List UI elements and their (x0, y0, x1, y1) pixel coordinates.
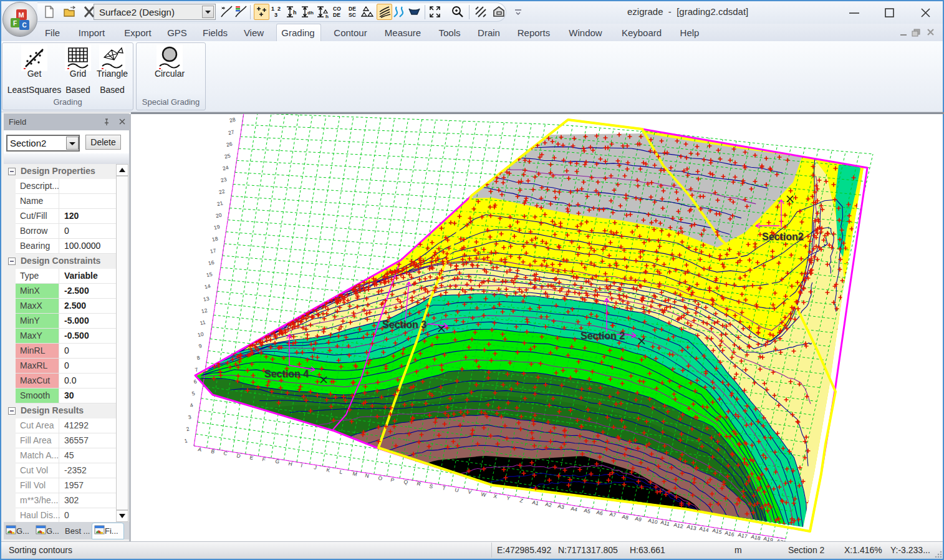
svg-text:2: 2 (277, 6, 281, 12)
svg-text:C: C (22, 22, 26, 29)
svg-text:CO: CO (333, 6, 341, 12)
svg-text:F: F (13, 20, 17, 27)
svg-text:h: h (325, 14, 329, 19)
svg-text:h: h (293, 9, 297, 16)
svg-text:1: 1 (271, 6, 274, 12)
svg-text:SC: SC (349, 12, 356, 18)
svg-text:dh: dh (307, 10, 314, 16)
svg-text:Section2: Section2 (762, 231, 804, 242)
svg-text:Section 4: Section 4 (264, 369, 309, 379)
svg-text:DE: DE (333, 12, 340, 18)
svg-text:3: 3 (274, 12, 277, 18)
svg-text:M: M (18, 11, 24, 19)
svg-text:Section 2: Section 2 (580, 331, 625, 341)
svg-text:Section 3: Section 3 (382, 319, 426, 330)
svg-text:DE: DE (349, 6, 356, 12)
